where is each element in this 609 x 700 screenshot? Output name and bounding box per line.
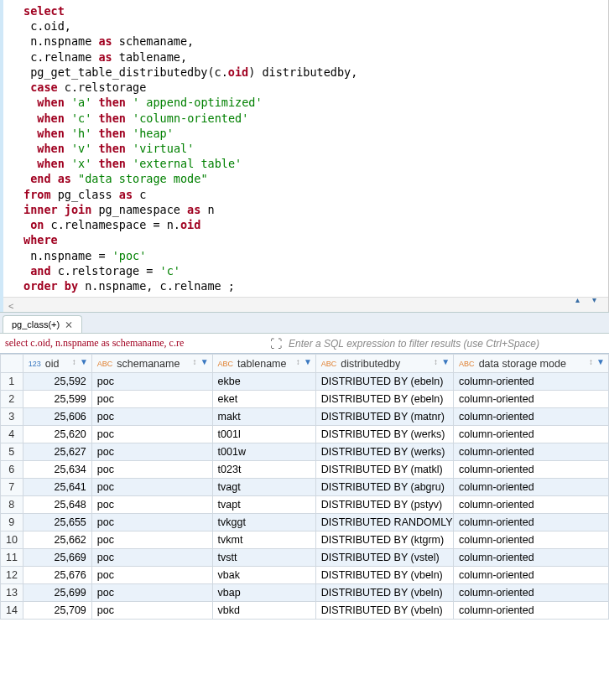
cell-distributedby[interactable]: DISTRIBUTED BY (ebeln) bbox=[315, 373, 453, 391]
filter-icon[interactable]: ▼ bbox=[304, 357, 312, 366]
result-tab-pgclass[interactable]: pg_class(+) ⨯ bbox=[3, 315, 82, 333]
cell-oid[interactable]: 25,699 bbox=[23, 584, 91, 602]
table-row[interactable]: 825,648poctvaptDISTRIBUTED BY (pstyv)col… bbox=[1, 496, 609, 514]
cell-oid[interactable]: 25,655 bbox=[23, 514, 91, 531]
table-row[interactable]: 725,641poctvagtDISTRIBUTED BY (abgru)col… bbox=[1, 479, 609, 496]
editor-hscrollbar[interactable]: < ▴ ▾ bbox=[3, 297, 608, 312]
cell-storage-mode[interactable]: column-oriented bbox=[454, 408, 609, 426]
column-header-schemaname[interactable]: ABCschemaname↕▼ bbox=[91, 355, 212, 373]
cell-storage-mode[interactable]: column-oriented bbox=[454, 496, 609, 514]
table-row[interactable]: 1025,662poctvkmtDISTRIBUTED BY (ktgrm)co… bbox=[1, 531, 609, 549]
cell-oid[interactable]: 25,592 bbox=[23, 373, 91, 391]
sql-expression-text[interactable]: select c.oid, n.nspname as schemaname, c… bbox=[0, 334, 268, 353]
column-header-oid[interactable]: 123oid↕▼ bbox=[23, 355, 91, 373]
cell-distributedby[interactable]: DISTRIBUTED BY (werks) bbox=[315, 426, 453, 443]
cell-oid[interactable]: 25,599 bbox=[23, 391, 91, 408]
filter-input[interactable]: Enter a SQL expression to filter results… bbox=[284, 334, 609, 353]
cell-oid[interactable]: 25,606 bbox=[23, 408, 91, 426]
cell-storage-mode[interactable]: column-oriented bbox=[454, 567, 609, 584]
sort-icon[interactable]: ↕ bbox=[589, 357, 593, 366]
cell-schemaname[interactable]: poc bbox=[91, 373, 212, 391]
table-row[interactable]: 625,634poct023tDISTRIBUTED BY (matkl)col… bbox=[1, 461, 609, 479]
cell-schemaname[interactable]: poc bbox=[91, 496, 212, 514]
cell-schemaname[interactable]: poc bbox=[91, 391, 212, 408]
cell-distributedby[interactable]: DISTRIBUTED BY (werks) bbox=[315, 443, 453, 461]
cell-tablename[interactable]: tvkmt bbox=[212, 531, 315, 549]
cell-tablename[interactable]: vbak bbox=[212, 567, 315, 584]
cell-storage-mode[interactable]: column-oriented bbox=[454, 531, 609, 549]
sql-editor[interactable]: select c.oid, n.nspname as schemaname, c… bbox=[3, 0, 608, 297]
cell-oid[interactable]: 25,709 bbox=[23, 602, 91, 620]
cell-tablename[interactable]: t001l bbox=[212, 426, 315, 443]
cell-storage-mode[interactable]: column-oriented bbox=[454, 479, 609, 496]
cell-tablename[interactable]: t001w bbox=[212, 443, 315, 461]
table-row[interactable]: 1225,676pocvbakDISTRIBUTED BY (vbeln)col… bbox=[1, 567, 609, 584]
cell-storage-mode[interactable]: column-oriented bbox=[454, 549, 609, 567]
cell-storage-mode[interactable]: column-oriented bbox=[454, 584, 609, 602]
table-row[interactable]: 525,627poct001wDISTRIBUTED BY (werks)col… bbox=[1, 443, 609, 461]
cell-schemaname[interactable]: poc bbox=[91, 426, 212, 443]
table-row[interactable]: 925,655poctvkggtDISTRIBUTED RANDOMLYcolu… bbox=[1, 514, 609, 531]
table-row[interactable]: 1325,699pocvbapDISTRIBUTED BY (vbeln)col… bbox=[1, 584, 609, 602]
cell-distributedby[interactable]: DISTRIBUTED BY (matkl) bbox=[315, 461, 453, 479]
table-row[interactable]: 425,620poct001lDISTRIBUTED BY (werks)col… bbox=[1, 426, 609, 443]
cell-storage-mode[interactable]: column-oriented bbox=[454, 443, 609, 461]
cell-oid[interactable]: 25,627 bbox=[23, 443, 91, 461]
cell-distributedby[interactable]: DISTRIBUTED BY (pstyv) bbox=[315, 496, 453, 514]
cell-storage-mode[interactable]: column-oriented bbox=[454, 514, 609, 531]
cell-tablename[interactable]: tvagt bbox=[212, 479, 315, 496]
cell-oid[interactable]: 25,676 bbox=[23, 567, 91, 584]
cell-tablename[interactable]: ekbe bbox=[212, 373, 315, 391]
close-icon[interactable]: ⨯ bbox=[65, 319, 73, 330]
cell-schemaname[interactable]: poc bbox=[91, 461, 212, 479]
cell-distributedby[interactable]: DISTRIBUTED BY (vstel) bbox=[315, 549, 453, 567]
cell-tablename[interactable]: tvstt bbox=[212, 549, 315, 567]
cell-tablename[interactable]: makt bbox=[212, 408, 315, 426]
table-row[interactable]: 1425,709pocvbkdDISTRIBUTED BY (vbeln)col… bbox=[1, 602, 609, 620]
table-row[interactable]: 325,606pocmaktDISTRIBUTED BY (matnr)colu… bbox=[1, 408, 609, 426]
cell-tablename[interactable]: vbap bbox=[212, 584, 315, 602]
cell-distributedby[interactable]: DISTRIBUTED BY (ktgrm) bbox=[315, 531, 453, 549]
cell-oid[interactable]: 25,641 bbox=[23, 479, 91, 496]
cell-oid[interactable]: 25,669 bbox=[23, 549, 91, 567]
cell-tablename[interactable]: tvkggt bbox=[212, 514, 315, 531]
filter-icon[interactable]: ▼ bbox=[80, 357, 88, 366]
cell-schemaname[interactable]: poc bbox=[91, 602, 212, 620]
cell-tablename[interactable]: eket bbox=[212, 391, 315, 408]
cell-distributedby[interactable]: DISTRIBUTED BY (vbeln) bbox=[315, 567, 453, 584]
cell-schemaname[interactable]: poc bbox=[91, 514, 212, 531]
column-header-tablename[interactable]: ABCtablename↕▼ bbox=[212, 355, 315, 373]
cell-schemaname[interactable]: poc bbox=[91, 443, 212, 461]
cell-oid[interactable]: 25,648 bbox=[23, 496, 91, 514]
sort-icon[interactable]: ↕ bbox=[193, 357, 197, 366]
cell-distributedby[interactable]: DISTRIBUTED BY (abgru) bbox=[315, 479, 453, 496]
cell-schemaname[interactable]: poc bbox=[91, 567, 212, 584]
table-row[interactable]: 125,592pocekbeDISTRIBUTED BY (ebeln)colu… bbox=[1, 373, 609, 391]
filter-icon[interactable]: ▼ bbox=[441, 357, 450, 366]
table-row[interactable]: 1125,669poctvsttDISTRIBUTED BY (vstel)co… bbox=[1, 549, 609, 567]
cell-storage-mode[interactable]: column-oriented bbox=[454, 461, 609, 479]
cell-oid[interactable]: 25,662 bbox=[23, 531, 91, 549]
cell-storage-mode[interactable]: column-oriented bbox=[454, 391, 609, 408]
filter-icon[interactable]: ▼ bbox=[596, 357, 605, 366]
column-header-distributedby[interactable]: ABCdistributedby↕▼ bbox=[315, 355, 453, 373]
cell-oid[interactable]: 25,634 bbox=[23, 461, 91, 479]
cell-tablename[interactable]: tvapt bbox=[212, 496, 315, 514]
cell-distributedby[interactable]: DISTRIBUTED BY (matnr) bbox=[315, 408, 453, 426]
table-row[interactable]: 225,599poceketDISTRIBUTED BY (ebeln)colu… bbox=[1, 391, 609, 408]
cell-distributedby[interactable]: DISTRIBUTED BY (vbeln) bbox=[315, 584, 453, 602]
cell-oid[interactable]: 25,620 bbox=[23, 426, 91, 443]
cell-schemaname[interactable]: poc bbox=[91, 549, 212, 567]
cell-storage-mode[interactable]: column-oriented bbox=[454, 602, 609, 620]
cell-distributedby[interactable]: DISTRIBUTED RANDOMLY bbox=[315, 514, 453, 531]
cell-schemaname[interactable]: poc bbox=[91, 531, 212, 549]
cell-storage-mode[interactable]: column-oriented bbox=[454, 426, 609, 443]
sort-icon[interactable]: ↕ bbox=[72, 357, 76, 366]
cell-tablename[interactable]: t023t bbox=[212, 461, 315, 479]
cell-schemaname[interactable]: poc bbox=[91, 479, 212, 496]
expand-icon[interactable]: ⛶ bbox=[268, 337, 284, 350]
cell-schemaname[interactable]: poc bbox=[91, 584, 212, 602]
cell-distributedby[interactable]: DISTRIBUTED BY (vbeln) bbox=[315, 602, 453, 620]
sort-icon[interactable]: ↕ bbox=[434, 357, 438, 366]
cell-distributedby[interactable]: DISTRIBUTED BY (ebeln) bbox=[315, 391, 453, 408]
